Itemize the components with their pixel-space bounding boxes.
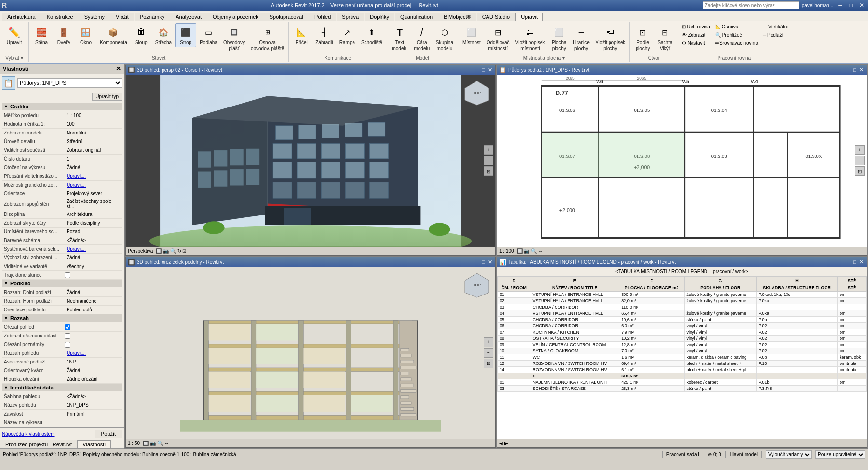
view-3d-persp-content[interactable]: TOP + − ⊡: [126, 75, 495, 247]
prop-checkbox-orezova[interactable]: [65, 333, 70, 339]
tab-bimobject[interactable]: BiMobject®: [438, 13, 476, 21]
fp-zoom-in-btn[interactable]: +: [855, 145, 865, 155]
ribbon-btn-mistnost[interactable]: ⬜ Místnost: [460, 23, 483, 47]
ribbon-btn-vertikalni[interactable]: ⊥ Vertikální: [761, 23, 790, 30]
tab-vlastnosti[interactable]: Vlastnosti: [77, 440, 111, 448]
ribbon-btn-sloup[interactable]: 🏛 Sloup: [131, 23, 152, 47]
tab-systemy[interactable]: Systémy: [79, 13, 110, 21]
ribbon-btn-ref-rovina[interactable]: ⊞ Ref. rovina: [680, 23, 712, 30]
ribbon-btn-nastavit[interactable]: ⚙ Nastavit: [680, 40, 706, 47]
ribbon-btn-obvodovy[interactable]: 🔲 Obvodovýplášť: [221, 23, 247, 53]
ribbon-btn-hranice[interactable]: ─ Hraniceplochy: [570, 23, 592, 53]
ribbon-btn-rampa[interactable]: ↗ Rampa: [337, 23, 358, 47]
view-cube-3d[interactable]: TOP: [462, 79, 491, 107]
fp-zoom-out-btn[interactable]: −: [855, 156, 865, 165]
close-button[interactable]: ✕: [857, 2, 866, 9]
tab-konstrukce[interactable]: Konstrukce: [41, 13, 79, 21]
sec-fit-btn[interactable]: ⊡: [484, 359, 493, 368]
ribbon-btn-stena[interactable]: 🧱 Stěna: [31, 23, 52, 47]
ribbon-btn-schodiste[interactable]: ⬆ Schodiště: [359, 23, 385, 47]
maximize-button[interactable]: □: [847, 2, 854, 9]
ribbon-btn-osnova-plast[interactable]: ⊞ Osnovaobvodov. pláště: [248, 23, 286, 53]
view-fp-minimize-btn[interactable]: ─: [846, 67, 852, 73]
prop-section-identifikace[interactable]: ▼ Identifikační data: [2, 384, 122, 391]
view-floorplan-content[interactable]: 01.S.06 01.S.05 01.S.04 01.S.07 01.S.08 …: [497, 75, 867, 247]
view-tbl-minimize-btn[interactable]: ─: [846, 259, 852, 265]
minimize-button[interactable]: ─: [836, 2, 844, 9]
view-sec-close-btn[interactable]: ✕: [487, 259, 493, 265]
sec-zoom-out-btn[interactable]: −: [484, 348, 493, 358]
table-scroll[interactable]: D E F G H STĚ ČM. / ROOM NÁZEV / ROOM TI: [497, 277, 867, 439]
fit-btn[interactable]: ⊡: [484, 166, 493, 176]
view-cube-sec[interactable]: TOP: [462, 271, 491, 300]
edit-type-button[interactable]: Upravit typ: [92, 93, 122, 101]
status-editable-select[interactable]: Pouze upravitelné: [815, 450, 865, 459]
tab-upravit[interactable]: Upravit: [515, 13, 543, 21]
tab-doplnky[interactable]: Doplňky: [365, 13, 394, 21]
zoom-in-btn[interactable]: +: [484, 145, 493, 155]
ribbon-btn-upravit[interactable]: ✏️ Upravit: [3, 23, 26, 47]
ribbon-btn-komponenta[interactable]: 📦 Komponenta: [97, 23, 130, 47]
view-tbl-close-btn[interactable]: ✕: [858, 259, 865, 265]
view-section-3d-content[interactable]: TOP + − ⊡: [126, 267, 495, 439]
panel-type-select[interactable]: Půdorys: 1NP_DPS: [17, 78, 122, 88]
view-fp-maximize-btn[interactable]: □: [852, 67, 857, 73]
ribbon-btn-podle-plochy[interactable]: ⊡ Podleplochy: [632, 23, 653, 53]
tab-objemy[interactable]: Objemy a pozemek: [207, 13, 264, 21]
ribbon-btn-sachta[interactable]: ⊟ ŠachtaVikýř: [654, 23, 676, 53]
ribbon-btn-srovnavaci[interactable]: ═ Srovnávací rovina: [713, 40, 760, 47]
ribbon-btn-dvere[interactable]: 🚪 Dveře: [53, 23, 74, 47]
ribbon-btn-podlazi[interactable]: ─ Podlaží: [761, 31, 785, 39]
prop-value-systemova[interactable]: Upravit...: [65, 246, 122, 252]
ribbon-btn-zabradli[interactable]: ┤ Zábradlí: [313, 23, 336, 47]
prop-section-rozsah[interactable]: ▼ Rozsah: [2, 314, 122, 322]
tab-spolupracovat[interactable]: Spolupracovat: [264, 13, 309, 21]
ribbon-btn-skupina-modelu[interactable]: ⬡ Skupinamodelu: [434, 23, 456, 53]
view-3d-minimize-btn[interactable]: ─: [475, 67, 480, 73]
ribbon-btn-prohlizec[interactable]: 🔍 Prohlížeč: [713, 31, 744, 39]
prop-checkbox-orezat[interactable]: [65, 324, 70, 330]
prop-value-prepis[interactable]: Upravit...: [65, 173, 122, 179]
ribbon-btn-pricel[interactable]: 📐 Přičel: [291, 23, 312, 47]
prop-checkbox-orezani-poz[interactable]: [65, 342, 70, 348]
prop-section-podklad[interactable]: ▼ Podklad: [2, 280, 122, 287]
tab-prohlizec[interactable]: Prohlížeč projektu - Revit.rvt: [0, 440, 77, 448]
ribbon-btn-oddelovac[interactable]: ⊟ Oddělovačmístností: [484, 23, 512, 53]
panel-close-button[interactable]: ✕: [116, 65, 121, 72]
tab-cad-studio[interactable]: CAD Studio: [477, 13, 515, 21]
ribbon-btn-strecha[interactable]: 🏠 Střecha: [153, 23, 174, 47]
fp-fit-btn[interactable]: ⊡: [855, 166, 865, 176]
ribbon-btn-osnova-pr[interactable]: 📐 Osnova: [713, 23, 740, 30]
ribbon-btn-okno[interactable]: 🪟 Okno: [75, 23, 96, 47]
sec-zoom-in-btn[interactable]: +: [484, 337, 493, 347]
prop-checkbox-trajektorie[interactable]: [65, 272, 70, 278]
ribbon-btn-text-modelu[interactable]: T Textmodelu: [389, 23, 410, 53]
apply-button[interactable]: Použít: [95, 430, 122, 438]
view-tbl-maximize-btn[interactable]: □: [852, 259, 857, 265]
prop-value-rozsah-pohledu[interactable]: Upravit...: [65, 350, 122, 356]
ribbon-btn-strop[interactable]: ⬛ Strop: [175, 23, 196, 47]
ribbon-btn-vlozit-popisek-plochy[interactable]: 🏷 Vložit popisekplochy: [593, 23, 628, 53]
help-link[interactable]: Nápověda k vlastnostem: [2, 431, 55, 437]
tab-vlozit[interactable]: Vložit: [110, 13, 134, 21]
view-3d-maximize-btn[interactable]: □: [481, 67, 486, 73]
tab-sprava[interactable]: Správa: [337, 13, 364, 21]
view-sec-maximize-btn[interactable]: □: [481, 259, 486, 265]
prop-value-moznosti[interactable]: Upravit...: [65, 182, 122, 188]
zoom-out-btn[interactable]: −: [484, 156, 493, 165]
tab-pohled[interactable]: Pohled: [309, 13, 336, 21]
tab-architektura[interactable]: Architektura: [2, 13, 41, 21]
ribbon-btn-plocha[interactable]: ⬜ Plochaplochy: [548, 23, 570, 53]
ribbon-btn-vlozit-popisek[interactable]: 🏷 Vložit popisekmístností: [513, 23, 548, 53]
view-table-content[interactable]: <TABULKA MÍSTNOSTÍ / ROOM LEGEND – praco…: [497, 267, 867, 439]
tab-poznamky[interactable]: Poznámky: [135, 13, 170, 21]
view-sec-minimize-btn[interactable]: ─: [475, 259, 480, 265]
status-variant-select[interactable]: Vyloučit varianty: [766, 450, 812, 459]
tab-analyzovat[interactable]: Analyzovat: [170, 13, 207, 21]
search-input[interactable]: [703, 1, 799, 9]
view-3d-close-btn[interactable]: ✕: [487, 67, 493, 73]
view-fp-close-btn[interactable]: ✕: [858, 67, 865, 73]
ribbon-btn-cara-modelu[interactable]: / Čáramodelu: [411, 23, 433, 53]
tab-quantification[interactable]: Quantification: [395, 13, 438, 21]
ribbon-btn-zobrazit[interactable]: 👁 Zobrazit: [680, 31, 707, 39]
